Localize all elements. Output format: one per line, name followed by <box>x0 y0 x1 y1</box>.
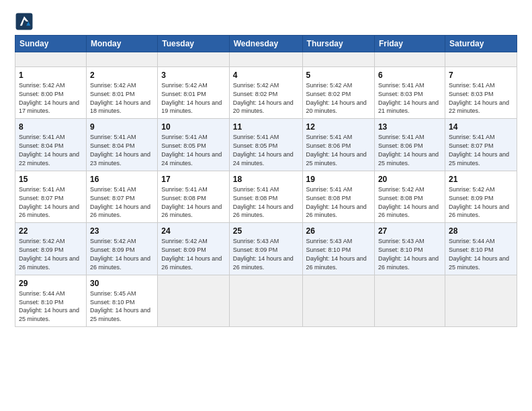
day-info: Sunrise: 5:41 AMSunset: 8:04 PMDaylight:… <box>90 134 150 166</box>
day-info: Sunrise: 5:41 AMSunset: 8:08 PMDaylight:… <box>161 186 222 218</box>
day-info: Sunrise: 5:42 AMSunset: 8:09 PMDaylight:… <box>161 238 222 270</box>
day-number: 7 <box>449 70 513 81</box>
table-row: 19Sunrise: 5:41 AMSunset: 8:08 PMDayligh… <box>302 171 374 222</box>
day-number: 20 <box>378 174 441 185</box>
table-row <box>86 52 157 67</box>
table-row: 12Sunrise: 5:41 AMSunset: 8:06 PMDayligh… <box>302 119 374 171</box>
table-row <box>158 52 230 67</box>
day-number: 11 <box>233 122 299 132</box>
table-row: 5Sunrise: 5:42 AMSunset: 8:02 PMDaylight… <box>302 66 374 118</box>
table-row <box>374 275 445 326</box>
header <box>15 12 517 31</box>
day-info: Sunrise: 5:41 AMSunset: 8:07 PMDaylight:… <box>90 186 150 218</box>
col-monday: Monday <box>86 36 157 52</box>
day-info: Sunrise: 5:43 AMSunset: 8:10 PMDaylight:… <box>306 238 367 270</box>
table-row: 20Sunrise: 5:42 AMSunset: 8:08 PMDayligh… <box>374 171 445 222</box>
day-number: 3 <box>161 70 226 81</box>
calendar-table: Sunday Monday Tuesday Wednesday Thursday… <box>15 35 517 327</box>
table-row: 7Sunrise: 5:41 AMSunset: 8:03 PMDaylight… <box>445 66 517 118</box>
day-number: 25 <box>233 226 299 236</box>
table-row <box>229 52 302 67</box>
table-row: 15Sunrise: 5:41 AMSunset: 8:07 PMDayligh… <box>15 171 87 222</box>
col-wednesday: Wednesday <box>229 36 302 52</box>
day-info: Sunrise: 5:42 AMSunset: 8:02 PMDaylight:… <box>306 82 367 114</box>
table-row <box>302 275 374 326</box>
col-thursday: Thursday <box>302 36 374 52</box>
table-row: 29Sunrise: 5:44 AMSunset: 8:10 PMDayligh… <box>15 275 87 326</box>
day-number: 4 <box>233 70 299 81</box>
table-row <box>445 275 517 326</box>
table-row: 8Sunrise: 5:41 AMSunset: 8:04 PMDaylight… <box>15 119 87 171</box>
day-info: Sunrise: 5:42 AMSunset: 8:01 PMDaylight:… <box>90 82 150 114</box>
col-tuesday: Tuesday <box>158 36 230 52</box>
table-row: 28Sunrise: 5:44 AMSunset: 8:10 PMDayligh… <box>445 223 517 275</box>
day-number: 23 <box>90 226 154 236</box>
day-info: Sunrise: 5:42 AMSunset: 8:01 PMDaylight:… <box>161 82 222 114</box>
table-row: 21Sunrise: 5:42 AMSunset: 8:09 PMDayligh… <box>445 171 517 222</box>
day-info: Sunrise: 5:42 AMSunset: 8:00 PMDaylight:… <box>19 82 79 114</box>
table-row <box>15 52 87 67</box>
table-row <box>229 275 302 326</box>
day-info: Sunrise: 5:41 AMSunset: 8:08 PMDaylight:… <box>306 186 367 218</box>
day-number: 13 <box>378 122 441 132</box>
day-number: 10 <box>161 122 226 132</box>
table-row <box>302 52 374 67</box>
day-info: Sunrise: 5:41 AMSunset: 8:06 PMDaylight:… <box>378 134 439 166</box>
day-info: Sunrise: 5:42 AMSunset: 8:09 PMDaylight:… <box>90 238 150 270</box>
day-number: 18 <box>233 174 299 185</box>
day-info: Sunrise: 5:41 AMSunset: 8:07 PMDaylight:… <box>19 186 79 218</box>
day-info: Sunrise: 5:42 AMSunset: 8:02 PMDaylight:… <box>233 82 294 114</box>
table-row: 2Sunrise: 5:42 AMSunset: 8:01 PMDaylight… <box>86 66 157 118</box>
day-number: 16 <box>90 174 154 185</box>
table-row: 14Sunrise: 5:41 AMSunset: 8:07 PMDayligh… <box>445 119 517 171</box>
table-row: 26Sunrise: 5:43 AMSunset: 8:10 PMDayligh… <box>302 223 374 275</box>
day-number: 12 <box>306 122 371 132</box>
day-number: 8 <box>19 122 83 132</box>
day-info: Sunrise: 5:44 AMSunset: 8:10 PMDaylight:… <box>19 290 79 322</box>
day-info: Sunrise: 5:43 AMSunset: 8:10 PMDaylight:… <box>378 238 439 270</box>
day-number: 26 <box>306 226 371 236</box>
table-row: 25Sunrise: 5:43 AMSunset: 8:09 PMDayligh… <box>229 223 302 275</box>
logo <box>15 12 36 31</box>
table-row: 3Sunrise: 5:42 AMSunset: 8:01 PMDaylight… <box>158 66 230 118</box>
table-row: 30Sunrise: 5:45 AMSunset: 8:10 PMDayligh… <box>86 275 157 326</box>
table-row <box>158 275 230 326</box>
table-row: 23Sunrise: 5:42 AMSunset: 8:09 PMDayligh… <box>86 223 157 275</box>
table-row: 27Sunrise: 5:43 AMSunset: 8:10 PMDayligh… <box>374 223 445 275</box>
table-row: 10Sunrise: 5:41 AMSunset: 8:05 PMDayligh… <box>158 119 230 171</box>
col-friday: Friday <box>374 36 445 52</box>
day-info: Sunrise: 5:41 AMSunset: 8:04 PMDaylight:… <box>19 134 79 166</box>
day-info: Sunrise: 5:41 AMSunset: 8:03 PMDaylight:… <box>378 82 439 114</box>
table-row: 16Sunrise: 5:41 AMSunset: 8:07 PMDayligh… <box>86 171 157 222</box>
day-number: 2 <box>90 70 154 81</box>
table-row: 1Sunrise: 5:42 AMSunset: 8:00 PMDaylight… <box>15 66 87 118</box>
day-number: 17 <box>161 174 226 185</box>
day-number: 15 <box>19 174 83 185</box>
day-info: Sunrise: 5:41 AMSunset: 8:05 PMDaylight:… <box>233 134 294 166</box>
day-info: Sunrise: 5:43 AMSunset: 8:09 PMDaylight:… <box>233 238 294 270</box>
page: Sunday Monday Tuesday Wednesday Thursday… <box>0 0 532 411</box>
day-info: Sunrise: 5:45 AMSunset: 8:10 PMDaylight:… <box>90 290 150 322</box>
day-info: Sunrise: 5:41 AMSunset: 8:07 PMDaylight:… <box>449 134 509 166</box>
day-number: 22 <box>19 226 83 236</box>
table-row <box>445 52 517 67</box>
day-number: 19 <box>306 174 371 185</box>
day-number: 29 <box>19 278 83 289</box>
day-info: Sunrise: 5:41 AMSunset: 8:05 PMDaylight:… <box>161 134 222 166</box>
day-info: Sunrise: 5:42 AMSunset: 8:09 PMDaylight:… <box>19 238 79 270</box>
table-row <box>374 52 445 67</box>
day-number: 21 <box>449 174 513 185</box>
day-number: 24 <box>161 226 226 236</box>
table-row: 9Sunrise: 5:41 AMSunset: 8:04 PMDaylight… <box>86 119 157 171</box>
day-number: 27 <box>378 226 441 236</box>
day-number: 9 <box>90 122 154 132</box>
day-info: Sunrise: 5:42 AMSunset: 8:09 PMDaylight:… <box>449 186 509 218</box>
day-info: Sunrise: 5:42 AMSunset: 8:08 PMDaylight:… <box>378 186 439 218</box>
table-row: 11Sunrise: 5:41 AMSunset: 8:05 PMDayligh… <box>229 119 302 171</box>
day-info: Sunrise: 5:41 AMSunset: 8:08 PMDaylight:… <box>233 186 294 218</box>
logo-icon <box>15 12 34 31</box>
day-number: 30 <box>90 278 154 289</box>
day-info: Sunrise: 5:44 AMSunset: 8:10 PMDaylight:… <box>449 238 509 270</box>
col-saturday: Saturday <box>445 36 517 52</box>
day-info: Sunrise: 5:41 AMSunset: 8:03 PMDaylight:… <box>449 82 509 114</box>
